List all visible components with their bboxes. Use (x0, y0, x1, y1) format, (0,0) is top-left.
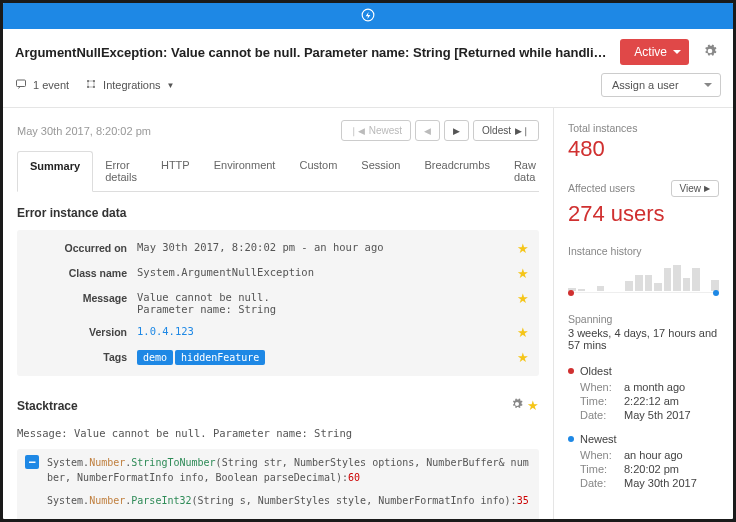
gear-icon (511, 398, 523, 413)
affected-users-label: Affected users (568, 182, 671, 194)
total-instances-label: Total instances (568, 122, 719, 134)
newest-date: May 30th 2017 (624, 477, 697, 489)
star-icon[interactable]: ★ (517, 350, 529, 365)
total-instances-value: 480 (568, 136, 719, 162)
chevron-down-icon: ▼ (167, 81, 175, 90)
oldest-date: May 5th 2017 (624, 409, 691, 421)
bullet-newest (568, 436, 574, 442)
newest-marker (713, 290, 719, 296)
chevron-last-icon: ▶❘ (515, 126, 530, 136)
bullet-oldest (568, 368, 574, 374)
tab-custom[interactable]: Custom (287, 151, 349, 191)
oldest-title: Oldest (580, 365, 612, 377)
instance-row: MessageValue cannot be null. Parameter n… (27, 286, 529, 320)
star-icon[interactable]: ★ (527, 398, 539, 413)
tab-session[interactable]: Session (349, 151, 412, 191)
chevron-left-icon: ◀ (424, 126, 431, 136)
star-icon[interactable]: ★ (517, 291, 529, 306)
tab-breadcrumbs[interactable]: Breadcrumbs (412, 151, 501, 191)
comment-icon (15, 78, 27, 92)
star-icon[interactable]: ★ (517, 241, 529, 256)
svg-rect-1 (17, 80, 26, 87)
stacktrace-message: Message: Value cannot be null. Parameter… (17, 427, 539, 439)
oldest-when: a month ago (624, 381, 685, 393)
top-bar (3, 3, 733, 29)
oldest-button[interactable]: Oldest▶❘ (473, 120, 539, 141)
star-icon[interactable]: ★ (517, 266, 529, 281)
stacktrace-settings-button[interactable] (507, 394, 527, 417)
next-button[interactable]: ▶ (444, 120, 469, 141)
oldest-marker (568, 290, 574, 296)
tab-error-details[interactable]: Error details (93, 151, 149, 191)
oldest-time: 2:22:12 am (624, 395, 679, 407)
collapse-button[interactable]: − (25, 455, 39, 469)
instance-history-sparkline (568, 261, 719, 297)
status-button[interactable]: Active (620, 39, 689, 65)
integrations-icon (85, 78, 97, 92)
newest-button[interactable]: ❘◀Newest (341, 120, 411, 141)
assign-user-dropdown[interactable]: Assign a user (601, 73, 721, 97)
instance-row: Occurred onMay 30th 2017, 8:20:02 pm - a… (27, 236, 529, 261)
error-instance-heading: Error instance data (17, 206, 539, 220)
prev-button[interactable]: ◀ (415, 120, 440, 141)
tab-environment[interactable]: Environment (202, 151, 288, 191)
gear-icon (703, 46, 717, 61)
page-title: ArgumentNullException: Value cannot be n… (15, 45, 610, 60)
chevron-right-icon: ▶ (453, 126, 460, 136)
newest-when: an hour ago (624, 449, 683, 461)
settings-button[interactable] (699, 40, 721, 65)
instance-history-label: Instance history (568, 245, 719, 257)
tag[interactable]: demo (137, 350, 173, 365)
chevron-first-icon: ❘◀ (350, 126, 365, 136)
instance-row: Class nameSystem.ArgumentNullException★ (27, 261, 529, 286)
view-users-button[interactable]: View▶ (671, 180, 720, 197)
tag[interactable]: hiddenFeature (175, 350, 265, 365)
spanning-value: 3 weeks, 4 days, 17 hours and 57 mins (568, 327, 719, 351)
version-link[interactable]: 1.0.4.123 (137, 325, 194, 337)
instance-timestamp: May 30th 2017, 8:20:02 pm (17, 125, 341, 137)
star-icon[interactable]: ★ (517, 325, 529, 340)
tab-raw-data[interactable]: Raw data (502, 151, 548, 191)
event-count[interactable]: 1 event (15, 78, 69, 92)
newest-title: Newest (580, 433, 617, 445)
instance-row: Version1.0.4.123★ (27, 320, 529, 345)
stacktrace-heading: Stacktrace (17, 399, 78, 413)
integrations-dropdown[interactable]: Integrations ▼ (85, 78, 174, 92)
instance-row: TagsdemohiddenFeature★ (27, 345, 529, 370)
chevron-right-icon: ▶ (704, 184, 710, 193)
logo-icon (361, 8, 375, 25)
affected-users-value: 274 users (568, 201, 719, 227)
spanning-label: Spanning (568, 313, 719, 325)
tab-http[interactable]: HTTP (149, 151, 202, 191)
newest-time: 8:20:02 pm (624, 463, 679, 475)
tab-summary[interactable]: Summary (17, 151, 93, 192)
